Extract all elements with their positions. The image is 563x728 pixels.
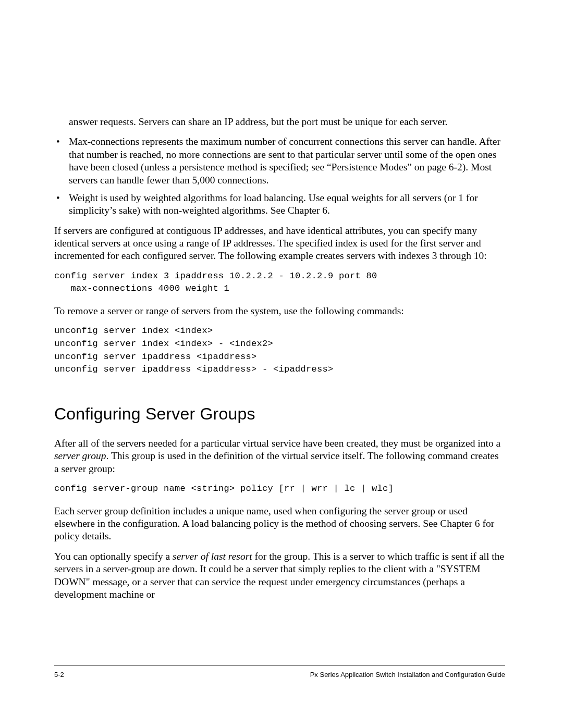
bullet-list: Max-connections represents the maximum n… bbox=[54, 135, 505, 217]
code-block-server-group: config server-group name <string> policy… bbox=[54, 483, 505, 496]
emphasis-last-resort: server of last resort bbox=[173, 551, 252, 562]
paragraph-continuation: answer requests. Servers can share an IP… bbox=[54, 116, 505, 128]
bullet-item-weight: Weight is used by weighted algorithms fo… bbox=[54, 192, 505, 217]
emphasis-server-group: server group bbox=[54, 450, 106, 461]
text-fragment: You can optionally specify a bbox=[54, 551, 173, 562]
footer-title: Px Series Application Switch Installatio… bbox=[310, 671, 505, 678]
code-block-config-server: config server index 3 ipaddress 10.2.2.2… bbox=[54, 270, 505, 295]
heading-server-groups: Configuring Server Groups bbox=[54, 404, 505, 424]
page-footer: 5-2 Px Series Application Switch Install… bbox=[54, 665, 505, 678]
code-block-unconfig: unconfig server index <index> unconfig s… bbox=[54, 325, 505, 376]
page-content: answer requests. Servers can share an IP… bbox=[54, 116, 505, 608]
bullet-item-maxconnections: Max-connections represents the maximum n… bbox=[54, 135, 505, 187]
page-number: 5-2 bbox=[54, 671, 64, 678]
paragraph-contiguous: If servers are configured at contiguous … bbox=[54, 225, 505, 263]
footer-row: 5-2 Px Series Application Switch Install… bbox=[54, 671, 505, 678]
text-fragment: . This group is used in the definition o… bbox=[54, 450, 499, 474]
footer-rule bbox=[54, 665, 505, 665]
paragraph-remove: To remove a server or range of servers f… bbox=[54, 305, 505, 317]
text-fragment: After all of the servers needed for a pa… bbox=[54, 438, 500, 449]
paragraph-group-definition: Each server group definition includes a … bbox=[54, 505, 505, 543]
paragraph-after-servers: After all of the servers needed for a pa… bbox=[54, 437, 505, 475]
paragraph-last-resort: You can optionally specify a server of l… bbox=[54, 550, 505, 601]
